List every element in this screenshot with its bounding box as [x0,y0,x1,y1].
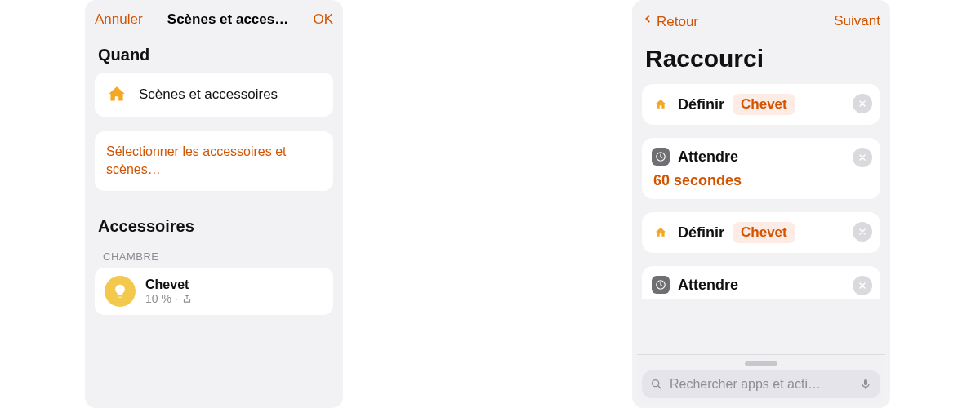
back-button[interactable]: Retour [642,11,698,30]
header-title: Scènes et acces… [167,11,288,28]
select-accessories-label: Sélectionner les accessoires et scènes… [106,143,322,180]
action-verb: Attendre [678,277,738,294]
scenes-accessories-card[interactable]: Scènes et accessoires [95,73,333,117]
room-label: CHAMBRE [85,244,343,268]
sheet-grabber[interactable] [745,361,777,366]
action-verb: Définir [678,224,724,242]
home-icon [106,84,127,105]
search-placeholder: Rechercher apps et acti… [670,377,853,392]
home-icon [652,224,670,242]
search-sheet: Rechercher apps et acti… [637,354,885,403]
delete-action-button[interactable] [853,276,872,295]
section-accessories-title: Accessoires [85,206,343,244]
action-param-chip[interactable]: Chevet [733,94,795,115]
header: Annuler Scènes et acces… OK [85,0,343,34]
next-button[interactable]: Suivant [834,13,880,29]
search-input[interactable]: Rechercher apps et acti… [642,370,880,398]
delete-action-button[interactable] [853,148,872,167]
clock-icon [652,276,670,294]
action-wait-1[interactable]: Attendre 60 secondes [642,138,880,199]
home-icon [652,95,670,113]
accessory-status: 10 % · [145,292,193,305]
action-param-chip[interactable]: Chevet [733,222,795,243]
chevron-left-icon [642,11,653,26]
action-wait-2[interactable]: Attendre [642,266,880,299]
bulb-icon [105,276,136,307]
action-verb: Attendre [678,149,738,166]
select-accessories-card[interactable]: Sélectionner les accessoires et scènes… [95,131,333,191]
action-define-2[interactable]: Définir Chevet [642,212,880,253]
delete-action-button[interactable] [853,222,872,242]
section-when-title: Quand [85,34,343,73]
action-define-1[interactable]: Définir Chevet [642,84,880,125]
share-icon [181,293,193,304]
ok-button[interactable]: OK [313,11,333,28]
accessory-chevet[interactable]: Chevet 10 % · [95,268,333,315]
mic-icon[interactable] [859,378,872,391]
action-wait-value[interactable]: 60 secondes [652,172,871,189]
clock-icon [652,148,670,166]
shortcut-edit-screen: Retour Suivant Raccourci Définir Chevet … [632,0,890,408]
svg-point-2 [653,380,659,387]
page-title: Raccourci [632,37,890,84]
delete-action-button[interactable] [853,94,872,113]
automation-edit-screen: Annuler Scènes et acces… OK Quand Scènes… [85,0,343,408]
accessory-name: Chevet [145,277,193,292]
cancel-button[interactable]: Annuler [95,11,143,28]
action-verb: Définir [678,96,724,113]
header: Retour Suivant [632,0,890,37]
scenes-accessories-label: Scènes et accessoires [139,86,278,103]
accessory-info: Chevet 10 % · [145,277,193,305]
search-icon [650,378,663,391]
